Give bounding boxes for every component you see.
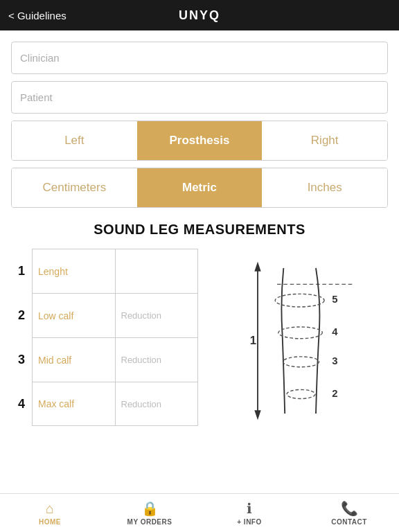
leg-diagram: 1 5 4 3 2 — [198, 249, 388, 443]
svg-text:5: 5 — [332, 293, 337, 305]
measurement-grid: Lenght Low calf Reduction Mid calf Reduc… — [32, 249, 198, 426]
home-icon: ⌂ — [46, 501, 54, 517]
patient-input[interactable]: Patient — [11, 81, 388, 114]
svg-marker-1 — [254, 262, 260, 272]
measurements-wrapper: 1 2 3 4 Lenght Low calf Reduction Mid — [11, 249, 388, 443]
svg-text:2: 2 — [332, 387, 337, 399]
measurement-row-3: Mid calf Reduction — [32, 337, 198, 382]
svg-text:1: 1 — [250, 334, 256, 347]
toggle-metric[interactable]: Metric — [137, 168, 263, 207]
side-toggle: Left Prosthesis Right — [11, 121, 388, 161]
clinician-input[interactable]: Clinician — [11, 42, 388, 74]
label-max-calf: Max calf — [33, 382, 116, 425]
nav-contact-label: CONTACT — [331, 518, 367, 526]
label-lenght: Lenght — [33, 249, 116, 293]
input-max-calf[interactable]: Reduction — [116, 382, 198, 425]
back-button[interactable]: < Guidelines — [8, 10, 66, 21]
nav-contact[interactable]: 📞 CONTACT — [299, 494, 399, 532]
measurement-row-2: Low calf Reduction — [32, 293, 198, 337]
app-title: UNYQ — [179, 8, 220, 23]
input-mid-calf[interactable]: Reduction — [116, 338, 198, 382]
toggle-left[interactable]: Left — [12, 121, 137, 160]
nav-info-label: + INFO — [237, 518, 262, 526]
nav-home-label: HOME — [39, 518, 61, 526]
main-content: Clinician Patient Left Prosthesis Right … — [0, 30, 399, 493]
bottom-nav: ⌂ HOME 🔒 MY ORDERS ℹ + INFO 📞 CONTACT — [0, 493, 399, 532]
svg-marker-2 — [254, 410, 260, 420]
toggle-inches[interactable]: Inches — [262, 168, 387, 207]
row-label-3: 3 — [11, 337, 32, 382]
row-label-2: 2 — [11, 293, 32, 337]
row-label-4: 4 — [11, 382, 32, 426]
unit-toggle: Centimeters Metric Inches — [11, 168, 388, 208]
row-label-1: 1 — [11, 249, 32, 293]
measurement-row-1: Lenght — [32, 249, 198, 293]
label-mid-calf: Mid calf — [33, 338, 116, 382]
svg-point-5 — [275, 294, 324, 307]
svg-point-8 — [287, 389, 315, 398]
toggle-right[interactable]: Right — [262, 121, 387, 160]
row-labels: 1 2 3 4 — [11, 249, 32, 426]
nav-home[interactable]: ⌂ HOME — [0, 494, 100, 532]
section-title: SOUND LEG MEASUREMENTS — [11, 222, 388, 238]
info-icon: ℹ — [247, 500, 252, 517]
label-low-calf: Low calf — [33, 294, 116, 337]
input-low-calf[interactable]: Reduction — [116, 294, 198, 337]
nav-orders-label: MY ORDERS — [127, 518, 172, 526]
svg-text:4: 4 — [332, 326, 338, 337]
svg-point-7 — [283, 357, 319, 367]
toggle-prosthesis[interactable]: Prosthesis — [137, 121, 263, 160]
svg-text:3: 3 — [332, 355, 337, 366]
contact-icon: 📞 — [341, 500, 358, 517]
input-lenght[interactable] — [116, 249, 198, 293]
toggle-centimeters[interactable]: Centimeters — [12, 168, 137, 207]
orders-icon: 🔒 — [141, 500, 159, 517]
nav-info[interactable]: ℹ + INFO — [200, 494, 299, 532]
nav-orders[interactable]: 🔒 MY ORDERS — [100, 494, 200, 532]
measurement-row-4: Max calf Reduction — [32, 382, 198, 426]
header: < Guidelines UNYQ — [0, 0, 399, 30]
svg-point-6 — [278, 327, 322, 339]
